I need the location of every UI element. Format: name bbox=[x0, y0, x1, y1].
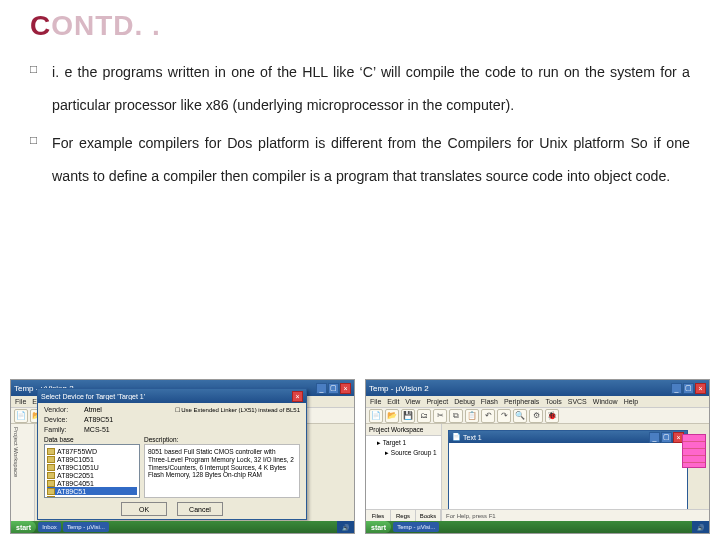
new-file-icon[interactable]: 📄 bbox=[369, 409, 383, 423]
project-workspace-panel: Project Workspace ▸ Target 1 ▸ Source Gr… bbox=[366, 424, 442, 521]
tree-item: AT89C2051 bbox=[47, 471, 137, 479]
device-tree[interactable]: AT87F55WD AT89C1051 AT89C1051U AT89C2051… bbox=[44, 444, 140, 498]
device-value: AT89C51 bbox=[84, 416, 113, 423]
tree-item: AT87F55WD bbox=[47, 447, 137, 455]
notes-overlay bbox=[682, 434, 706, 468]
save-icon[interactable]: 💾 bbox=[401, 409, 415, 423]
minimize-icon[interactable]: _ bbox=[671, 383, 682, 394]
save-all-icon[interactable]: 🗂 bbox=[417, 409, 431, 423]
menu-item[interactable]: Window bbox=[593, 398, 618, 405]
tree-item-selected: AT89C51 bbox=[47, 487, 137, 495]
dialog-titlebar: Select Device for Target 'Target 1' × bbox=[38, 389, 306, 403]
toolbar: 📄 📂 💾 🗂 ✂ ⧉ 📋 ↶ ↷ 🔍 ⚙ 🐞 bbox=[366, 408, 709, 424]
description-text: 8051 based Full Static CMOS controller w… bbox=[144, 444, 300, 498]
close-icon[interactable]: × bbox=[340, 383, 351, 394]
maximize-icon[interactable]: ▢ bbox=[328, 383, 339, 394]
paste-icon[interactable]: 📋 bbox=[465, 409, 479, 423]
cancel-button[interactable]: Cancel bbox=[177, 502, 223, 516]
new-file-icon[interactable]: 📄 bbox=[14, 409, 28, 423]
minimize-icon[interactable]: _ bbox=[649, 432, 660, 443]
chip-icon bbox=[47, 488, 55, 495]
dialog-close-icon[interactable]: × bbox=[292, 391, 303, 402]
menu-item[interactable]: Help bbox=[624, 398, 638, 405]
title-rest: ONTD. . bbox=[51, 10, 161, 41]
document-icon: 📄 bbox=[452, 433, 461, 441]
menu-item[interactable]: Debug bbox=[454, 398, 475, 405]
description-label: Description: bbox=[144, 436, 300, 443]
taskbar: start Inbox Temp - µVisi... 🔊 bbox=[11, 521, 354, 533]
taskbar: start Temp - µVisi... 🔊 bbox=[366, 521, 709, 533]
start-button[interactable]: start bbox=[11, 521, 36, 533]
cut-icon[interactable]: ✂ bbox=[433, 409, 447, 423]
menu-item[interactable]: Edit bbox=[387, 398, 399, 405]
editor-area[interactable] bbox=[449, 443, 687, 515]
taskbar-item[interactable]: Temp - µVisi... bbox=[393, 522, 439, 532]
tray-icon[interactable]: 🔊 bbox=[342, 524, 349, 531]
tree-node[interactable]: ▸ Target 1 bbox=[369, 438, 438, 448]
build-icon[interactable]: ⚙ bbox=[529, 409, 543, 423]
child-title: Text 1 bbox=[463, 434, 649, 441]
copy-icon[interactable]: ⧉ bbox=[449, 409, 463, 423]
slide-title: CONTD. . bbox=[30, 10, 690, 42]
taskbar-item[interactable]: Inbox bbox=[38, 522, 61, 532]
tree-node[interactable]: ▸ Source Group 1 bbox=[369, 448, 438, 458]
redo-icon[interactable]: ↷ bbox=[497, 409, 511, 423]
panel-tab[interactable]: Books bbox=[416, 510, 441, 521]
child-titlebar: 📄 Text 1 _ ▢ × bbox=[449, 431, 687, 443]
status-bar: For Help, press F1 bbox=[442, 509, 709, 521]
dialog-title: Select Device for Target 'Target 1' bbox=[41, 393, 292, 400]
system-tray: 🔊 bbox=[337, 521, 354, 533]
project-side-panel: Project Workspace bbox=[11, 424, 35, 521]
vendor-value: Atmel bbox=[84, 406, 102, 413]
bullet-item: i. e the programs written in one of the … bbox=[30, 56, 690, 121]
tree-item: AT89C1051 bbox=[47, 455, 137, 463]
taskbar-item[interactable]: Temp - µVisi... bbox=[63, 522, 109, 532]
extended-linker-checkbox[interactable]: ☐ Use Extended Linker (LX51) instead of … bbox=[175, 406, 300, 413]
chip-icon bbox=[47, 496, 55, 499]
ok-button[interactable]: OK bbox=[121, 502, 167, 516]
bullet-list: i. e the programs written in one of the … bbox=[30, 56, 690, 193]
start-button[interactable]: start bbox=[366, 521, 391, 533]
maximize-icon[interactable]: ▢ bbox=[683, 383, 694, 394]
maximize-icon[interactable]: ▢ bbox=[661, 432, 672, 443]
title-first-letter: C bbox=[30, 10, 51, 41]
menu-item[interactable]: File bbox=[15, 398, 26, 405]
menu-item[interactable]: Flash bbox=[481, 398, 498, 405]
panel-tab[interactable]: Files bbox=[366, 510, 391, 521]
select-device-dialog: Select Device for Target 'Target 1' × Ve… bbox=[37, 388, 307, 520]
chip-icon bbox=[47, 456, 55, 463]
device-label: Device: bbox=[44, 416, 78, 423]
chip-icon bbox=[47, 464, 55, 471]
project-tree[interactable]: ▸ Target 1 ▸ Source Group 1 bbox=[366, 436, 441, 460]
tray-icon[interactable]: 🔊 bbox=[697, 524, 704, 531]
family-label: Family: bbox=[44, 426, 78, 433]
debug-icon[interactable]: 🐞 bbox=[545, 409, 559, 423]
menu-item[interactable]: Project bbox=[426, 398, 448, 405]
vendor-label: Vendor: bbox=[44, 406, 78, 413]
tree-item: AT89C4051 bbox=[47, 479, 137, 487]
menu-item[interactable]: View bbox=[405, 398, 420, 405]
minimize-icon[interactable]: _ bbox=[316, 383, 327, 394]
menu-item[interactable]: File bbox=[370, 398, 381, 405]
open-icon[interactable]: 📂 bbox=[385, 409, 399, 423]
screenshot-keil-editor: Temp - µVision 2 _ ▢ × File Edit View Pr… bbox=[365, 379, 710, 534]
panel-tabs: Files Regs Books bbox=[366, 509, 441, 521]
menu-item[interactable]: Peripherals bbox=[504, 398, 539, 405]
menu-item[interactable]: Tools bbox=[545, 398, 561, 405]
tree-item: AT89C1051U bbox=[47, 463, 137, 471]
screenshot-row: Temp - µVision 2 _ ▢ × File Edit View Pr… bbox=[10, 379, 710, 534]
panel-tab[interactable]: Regs bbox=[391, 510, 416, 521]
find-icon[interactable]: 🔍 bbox=[513, 409, 527, 423]
screenshot-keil-device-dialog: Temp - µVision 2 _ ▢ × File Edit View Pr… bbox=[10, 379, 355, 534]
side-tab-label[interactable]: Project Workspace bbox=[11, 424, 21, 480]
database-label: Data base bbox=[44, 436, 140, 443]
app-title: Temp - µVision 2 bbox=[369, 384, 671, 393]
bullet-item: For example compilers for Dos platform i… bbox=[30, 127, 690, 192]
family-value: MCS-51 bbox=[84, 426, 110, 433]
editor-child-window: 📄 Text 1 _ ▢ × bbox=[448, 430, 688, 516]
close-icon[interactable]: × bbox=[695, 383, 706, 394]
undo-icon[interactable]: ↶ bbox=[481, 409, 495, 423]
panel-header: Project Workspace bbox=[366, 424, 441, 436]
chip-icon bbox=[47, 448, 55, 455]
menu-item[interactable]: SVCS bbox=[568, 398, 587, 405]
